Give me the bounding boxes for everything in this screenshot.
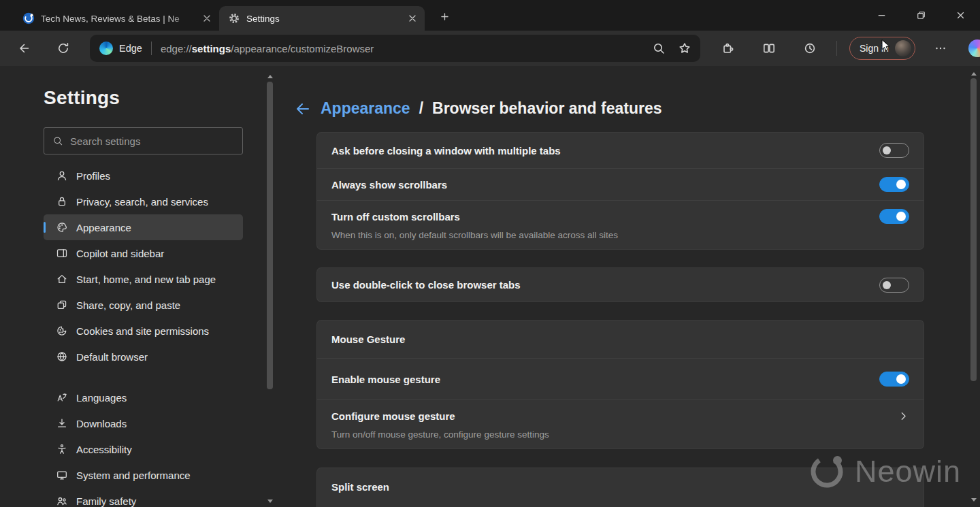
edge-logo-icon xyxy=(99,42,113,55)
sidebar-item-label: Downloads xyxy=(76,418,127,429)
sign-in-label: Sign in xyxy=(860,43,889,54)
toggle-knob xyxy=(896,180,906,189)
search-input[interactable] xyxy=(70,135,235,147)
sidebar-item-start-home[interactable]: Start, home, and new tab page xyxy=(44,266,243,292)
settings-sidebar: Settings Profiles Privacy, search, and s… xyxy=(0,66,265,507)
extensions-button[interactable] xyxy=(714,35,742,61)
scroll-up-arrow-icon[interactable] xyxy=(265,71,275,81)
address-bar-actions xyxy=(646,37,698,60)
sidebar-item-share-copy-paste[interactable]: Share, copy, and paste xyxy=(44,292,243,318)
breadcrumb-separator: / xyxy=(419,99,423,118)
sign-in-button[interactable]: Sign in xyxy=(849,37,915,60)
sidebar-item-profiles[interactable]: Profiles xyxy=(44,163,243,189)
favorite-button[interactable] xyxy=(672,37,698,60)
breadcrumb-back-button[interactable] xyxy=(294,100,312,118)
avatar xyxy=(895,40,911,56)
setting-row: Ask before closing a window with multipl… xyxy=(317,133,924,168)
titlebar: Tech News, Reviews & Betas | Ne Settings xyxy=(0,0,980,31)
tab-settings[interactable]: Settings xyxy=(219,6,425,31)
more-menu-button[interactable] xyxy=(928,35,953,61)
browser-toolbar: Edge edge://settings/appearance/customiz… xyxy=(0,31,980,66)
toggle-enable-mouse-gesture[interactable] xyxy=(879,372,909,387)
accessibility-icon xyxy=(56,443,68,455)
setting-label: Always show scrollbars xyxy=(331,179,447,191)
sidebar-item-family-safety[interactable]: Family safety xyxy=(44,488,243,507)
search-icon xyxy=(652,42,666,55)
cookie-icon xyxy=(56,325,68,337)
globe-icon xyxy=(56,350,68,363)
chevron-right-icon xyxy=(898,410,909,422)
address-bar[interactable]: Edge edge://settings/appearance/customiz… xyxy=(90,35,700,62)
monitor-icon xyxy=(56,469,68,481)
close-icon xyxy=(409,15,416,22)
configure-mouse-gesture-row[interactable]: Configure mouse gesture Turn on/off mous… xyxy=(317,400,924,448)
refresh-icon xyxy=(56,42,70,55)
new-tab-button[interactable] xyxy=(434,6,455,27)
scroll-down-arrow-icon[interactable] xyxy=(968,495,979,504)
divider xyxy=(836,41,837,56)
favorite-star-icon xyxy=(678,42,691,55)
sidebar-item-appearance[interactable]: Appearance xyxy=(44,214,243,240)
breadcrumb-current: Browser behavior and features xyxy=(432,99,662,118)
sidebar-scrollbar[interactable] xyxy=(265,66,275,507)
split-screen-button[interactable] xyxy=(755,35,783,61)
setting-row-block: Turn off custom scrollbars When this is … xyxy=(317,201,924,249)
toggle-knob xyxy=(883,146,891,154)
scrollbar-thumb[interactable] xyxy=(970,78,977,381)
copilot-button[interactable] xyxy=(966,35,980,61)
sidebar-item-system-performance[interactable]: System and performance xyxy=(44,462,243,488)
url-highlight: settings xyxy=(192,43,231,54)
toggle-double-click-close[interactable] xyxy=(879,278,909,293)
refresh-button[interactable] xyxy=(49,35,78,61)
setting-row: Enable mouse gesture xyxy=(317,359,924,399)
back-button[interactable] xyxy=(10,35,38,61)
sidebar-item-copilot-sidebar[interactable]: Copilot and sidebar xyxy=(44,240,243,266)
sidebar-item-languages[interactable]: Languages xyxy=(44,385,243,410)
scroll-down-arrow-icon[interactable] xyxy=(265,496,275,506)
setting-row: Always show scrollbars xyxy=(317,169,924,200)
sidebar-item-label: Accessibility xyxy=(76,444,132,455)
close-window-button[interactable] xyxy=(941,0,980,31)
sidebar-item-privacy[interactable]: Privacy, search, and services xyxy=(44,189,243,214)
tab-close-button[interactable] xyxy=(406,12,419,25)
sidebar-item-label: Share, copy, and paste xyxy=(76,299,180,311)
url-text[interactable]: edge://settings/appearance/customizeBrow… xyxy=(161,43,646,54)
breadcrumb: Appearance / Browser behavior and featur… xyxy=(294,99,968,118)
scrollbar-thumb[interactable] xyxy=(267,82,273,389)
tab-close-button[interactable] xyxy=(200,12,213,25)
site-brand: Edge xyxy=(99,42,142,55)
toggle-always-show-scrollbars[interactable] xyxy=(879,177,909,192)
settings-card-double-click: Use double-click to close browser tabs xyxy=(316,267,924,302)
url-scheme: edge:// xyxy=(161,43,192,54)
toggle-knob xyxy=(896,374,906,384)
setting-label: Use double-click to close browser tabs xyxy=(331,279,521,291)
content-area: Settings Profiles Privacy, search, and s… xyxy=(0,66,980,507)
family-icon xyxy=(56,495,68,507)
settings-search[interactable] xyxy=(44,127,243,154)
toolbar-right: Sign in xyxy=(714,35,980,61)
neowin-favicon-icon xyxy=(22,12,35,24)
page-scrollbar[interactable] xyxy=(968,66,980,507)
history-button[interactable] xyxy=(796,35,824,61)
sidebar-item-accessibility[interactable]: Accessibility xyxy=(44,436,243,462)
sidebar-item-default-browser[interactable]: Default browser xyxy=(44,344,243,370)
close-icon xyxy=(954,9,967,22)
toggle-ask-before-closing[interactable] xyxy=(879,143,909,158)
sidebar-item-downloads[interactable]: Downloads xyxy=(44,410,243,436)
settings-nav: Profiles Privacy, search, and services A… xyxy=(44,163,243,507)
sidebar-item-cookies-permissions[interactable]: Cookies and site permissions xyxy=(44,318,243,344)
url-path: /appearance/customizeBrowser xyxy=(231,43,374,54)
setting-label: Enable mouse gesture xyxy=(331,374,440,385)
search-button[interactable] xyxy=(646,37,672,60)
scroll-up-arrow-icon[interactable] xyxy=(968,69,979,78)
tab-title: Tech News, Reviews & Betas | Ne xyxy=(41,14,194,24)
toggle-turn-off-custom-scrollbars[interactable] xyxy=(879,209,909,224)
setting-label: Ask before closing a window with multipl… xyxy=(331,145,561,157)
sidebar-item-label: Family safety xyxy=(76,495,136,507)
tab-neowin[interactable]: Tech News, Reviews & Betas | Ne xyxy=(14,6,219,31)
sidebar-item-label: Privacy, search, and services xyxy=(76,196,208,208)
restore-button[interactable] xyxy=(901,0,941,31)
window-controls xyxy=(862,0,980,31)
breadcrumb-appearance-link[interactable]: Appearance xyxy=(321,99,410,118)
minimize-button[interactable] xyxy=(862,0,901,31)
